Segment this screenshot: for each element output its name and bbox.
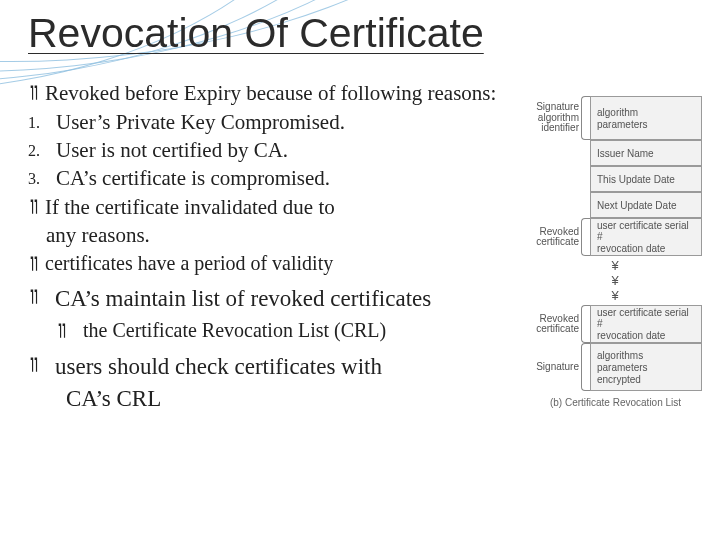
- sub-bullet-text: the Certificate Revocation List (CRL): [83, 318, 386, 344]
- diagram-field: algorithms: [597, 350, 695, 361]
- diagram-field: revocation date: [597, 243, 695, 254]
- diagram-label: Revoked certificate: [524, 305, 585, 343]
- crl-diagram: Signature algorithm identifier algorithm…: [529, 96, 702, 408]
- list-number: 1.: [28, 109, 56, 136]
- list-number: 2.: [28, 137, 56, 164]
- diagram-field: parameters: [597, 119, 695, 130]
- bullet-icon: ༎: [28, 251, 39, 278]
- slide: Revocation Of Certificate ༎Revoked befor…: [0, 0, 720, 540]
- bullet-text: CA’s maintain list of revoked certificat…: [55, 284, 431, 313]
- diagram-field: user certificate serial #: [597, 307, 695, 329]
- list-item: User’s Private Key Compromised.: [56, 109, 345, 136]
- bullet-icon: ༎: [56, 318, 67, 345]
- list-item: CA’s certificate is compromised.: [56, 165, 330, 192]
- bullet-text: certificates have a period of validity: [45, 251, 333, 277]
- diagram-field: revocation date: [597, 330, 695, 341]
- diagram-field: parameters: [597, 362, 695, 373]
- diagram-label: Revoked certificate: [524, 218, 585, 256]
- ellipsis-icon: ¥ ¥ ¥: [529, 256, 702, 305]
- bullet-text-cont: CA’s CRL: [66, 384, 161, 413]
- bullet-text: users should check certificates with: [55, 352, 382, 381]
- diagram-field: Issuer Name: [590, 140, 702, 166]
- diagram-field: encrypted: [597, 374, 695, 385]
- diagram-field: Next Update Date: [590, 192, 702, 218]
- diagram-label: Signature algorithm identifier: [524, 96, 585, 140]
- list-item: User is not certified by CA.: [56, 137, 288, 164]
- bullet-icon: ༎: [28, 80, 39, 107]
- diagram-field: user certificate serial #: [597, 220, 695, 242]
- diagram-field: This Update Date: [590, 166, 702, 192]
- bullet-icon: ༎: [28, 194, 39, 221]
- diagram-label: Signature: [524, 343, 585, 391]
- diagram-caption: (b) Certificate Revocation List: [529, 397, 702, 408]
- bullet-icon: ༎: [28, 284, 39, 311]
- body-text: ༎Revoked before Expiry because of follow…: [28, 78, 533, 415]
- list-number: 3.: [28, 165, 56, 192]
- bullet-text: Revoked before Expiry because of followi…: [45, 80, 496, 107]
- page-title: Revocation Of Certificate: [28, 10, 484, 57]
- bullet-icon: ༎: [28, 352, 39, 379]
- diagram-field: algorithm: [597, 107, 695, 118]
- bullet-text: If the certificate invalidated due to: [45, 194, 335, 221]
- bullet-text-cont: any reasons.: [46, 222, 150, 249]
